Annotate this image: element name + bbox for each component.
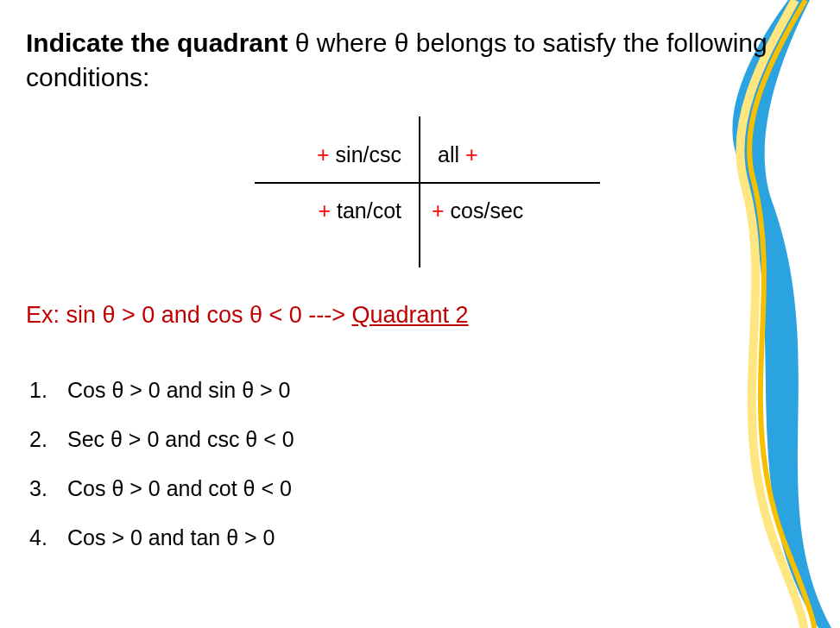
item-text: Cos > 0 and tan θ > 0	[67, 525, 275, 550]
title: Indicate the quadrant θ where θ belongs …	[26, 26, 768, 95]
item-number: 1.	[29, 378, 47, 403]
example-prefix: Ex: sin θ > 0 and cos θ < 0 --->	[26, 302, 351, 328]
plus-sign: +	[465, 142, 478, 166]
item-number: 4.	[29, 525, 47, 550]
example-line: Ex: sin θ > 0 and cos θ < 0 ---> Quadran…	[26, 302, 469, 329]
example-answer: Quadrant 2	[351, 302, 468, 328]
item-text: Cos θ > 0 and sin θ > 0	[67, 378, 291, 402]
item-text: Sec θ > 0 and csc θ < 0	[67, 427, 294, 451]
title-bold: Indicate the quadrant	[26, 28, 287, 57]
q3-text: tan/cot	[331, 198, 401, 223]
list-item: 3. Cos θ > 0 and cot θ < 0	[26, 476, 630, 501]
list-item: 2. Sec θ > 0 and csc θ < 0	[26, 427, 630, 452]
plus-sign: +	[317, 142, 330, 166]
plus-sign: +	[432, 198, 445, 223]
q4-text: cos/sec	[445, 198, 524, 223]
list-item: 4. Cos > 0 and tan θ > 0	[26, 525, 630, 550]
q2-text: sin/csc	[330, 142, 401, 166]
quadrant-diagram: + sin/csc all + + tan/cot + cos/sec	[237, 116, 609, 267]
quadrant-3-label: + tan/cot	[289, 198, 401, 223]
item-number: 3.	[29, 476, 47, 501]
quadrant-4-label: + cos/sec	[432, 198, 578, 223]
list-item: 1. Cos θ > 0 and sin θ > 0	[26, 378, 630, 403]
content-area: Indicate the quadrant θ where θ belongs …	[26, 26, 768, 95]
vertical-axis	[419, 116, 420, 267]
question-list: 1. Cos θ > 0 and sin θ > 0 2. Sec θ > 0 …	[26, 354, 630, 575]
horizontal-axis	[255, 182, 600, 184]
quadrant-2-label: + sin/csc	[289, 142, 401, 167]
slide: Indicate the quadrant θ where θ belongs …	[0, 0, 840, 628]
plus-sign: +	[318, 198, 331, 223]
item-number: 2.	[29, 427, 47, 452]
quadrant-1-label: all +	[438, 142, 567, 167]
item-text: Cos θ > 0 and cot θ < 0	[67, 476, 292, 500]
q1-text: all	[438, 142, 465, 166]
